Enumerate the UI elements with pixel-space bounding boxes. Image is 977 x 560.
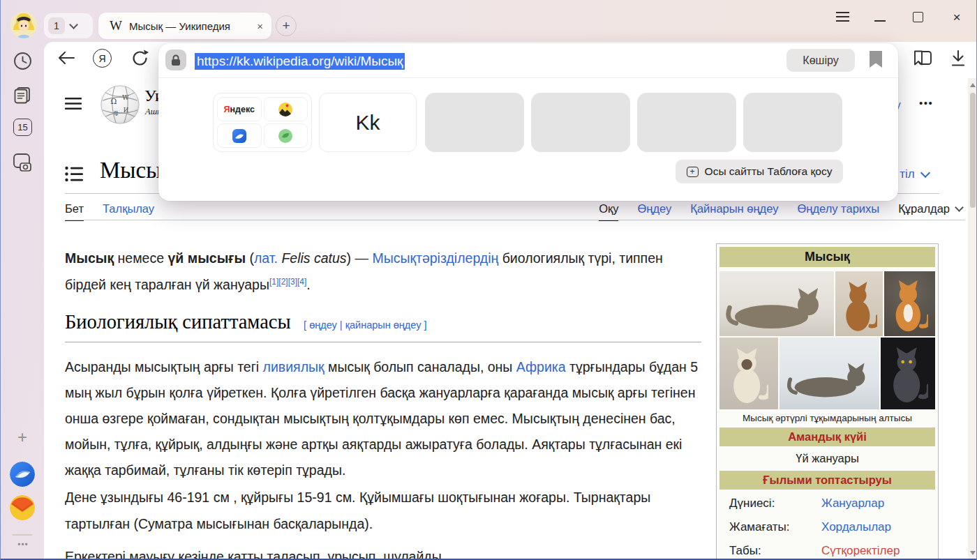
scrollbar-thumb[interactable] <box>970 93 976 208</box>
menu-icon <box>836 16 849 17</box>
page-scrollbar[interactable] <box>968 78 977 560</box>
text-span: . <box>306 277 310 292</box>
tab-article[interactable]: Бет <box>65 202 84 221</box>
yandex-service-images[interactable] <box>264 97 308 121</box>
size-paragraph: Дене ұзындығы 46-191 см , құйрығы 15-91 … <box>65 484 706 537</box>
cat-photo-abyssinian[interactable] <box>835 271 883 336</box>
tools-label: Құралдар <box>898 202 950 215</box>
cat-photo-tabby-lying[interactable] <box>719 271 834 336</box>
top-site-kk-tile[interactable]: Kk <box>319 93 417 152</box>
yandex-service-search[interactable]: Яндекс <box>217 97 262 121</box>
wikipedia-favicon: W <box>110 18 122 33</box>
reload-icon <box>130 49 149 68</box>
selected-url-text: https://kk.wikipedia.org/wiki/Мысық <box>195 53 405 70</box>
documents-icon <box>13 86 32 105</box>
collections-icon <box>912 49 933 68</box>
wiki-more-menu[interactable]: ••• <box>919 97 933 109</box>
images-service-icon <box>278 102 293 117</box>
text-span: Мысық <box>65 250 114 266</box>
add-to-tablo-button[interactable]: + Осы сайтты Таблоға қосу <box>676 160 843 183</box>
sidebar-more-button[interactable]: ••• <box>12 540 34 550</box>
chevron-down-icon <box>920 168 930 178</box>
wikipedia-globe-icon: Ω W И 母 <box>100 84 140 125</box>
taxonomy-label: Табы: <box>719 544 821 558</box>
tab-edit-source[interactable]: Қайнарын өңдеу <box>690 202 778 220</box>
copy-url-button[interactable]: Көшіру <box>786 49 855 72</box>
yandex-mail-app-button[interactable] <box>10 495 35 520</box>
tab-count: 1 <box>48 17 65 34</box>
tab-tools[interactable]: Құралдар <box>898 202 962 220</box>
text-link[interactable]: [1][2][3][4] <box>269 277 306 287</box>
scroll-down-icon[interactable] <box>970 551 976 555</box>
blue-service-icon <box>232 128 247 144</box>
tab-close-icon[interactable]: × <box>257 20 263 32</box>
calendar-badge[interactable]: 15 <box>13 119 32 136</box>
new-tab-button[interactable]: + <box>276 15 297 36</box>
text-link[interactable]: Африка <box>516 359 566 374</box>
yandex-service-green[interactable] <box>264 123 308 148</box>
text-link[interactable]: лат. <box>254 250 278 266</box>
alice-avatar-icon <box>10 12 37 38</box>
page-tabs-right: Оқу Өңдеу Қайнарын өңдеу Өңделу тарихы Қ… <box>599 202 962 221</box>
add-to-tablo-label: Осы сайтты Таблоға қосу <box>705 165 833 178</box>
site-security-button[interactable] <box>165 50 186 70</box>
window-minimize-button[interactable] <box>872 8 888 25</box>
empty-tablo-slot <box>743 93 842 152</box>
reload-button[interactable] <box>130 49 149 68</box>
notes-button[interactable] <box>12 84 33 105</box>
window-close-button[interactable]: × <box>948 8 965 25</box>
cat-photo-tabby-snow[interactable] <box>780 338 879 409</box>
yandex-service-mail[interactable] <box>217 123 262 148</box>
taxonomy-link[interactable]: Жануарлар <box>821 497 884 510</box>
empty-tablo-slot <box>531 93 630 152</box>
taxonomy-table: Дүниесі: Жануарлар Жамағаты: Хордалылар … <box>719 497 935 558</box>
screenshot-button[interactable] <box>12 152 33 173</box>
tabs-divider <box>65 220 965 220</box>
tab-talk[interactable]: Талқылау <box>103 202 154 220</box>
taxonomy-redlink[interactable]: Сүтқоректілер <box>821 544 900 558</box>
tab-group-counter[interactable]: 1 <box>44 13 93 38</box>
history-button[interactable] <box>12 50 33 71</box>
chevron-down-icon <box>955 203 964 212</box>
panel-divider <box>158 77 898 78</box>
bookmark-flag-icon <box>869 51 883 68</box>
browser-tab[interactable]: W Мысық — Уикипедия × <box>98 13 271 39</box>
tab-edit[interactable]: Өңдеу <box>637 202 671 220</box>
lock-icon <box>171 54 181 66</box>
wiki-main-menu-button[interactable] <box>65 97 82 110</box>
collections-button[interactable] <box>912 49 933 68</box>
yandex-search-button[interactable]: Я <box>93 49 112 68</box>
text-link[interactable]: Мысықтәрізділердің <box>372 250 498 266</box>
contents-toggle-button[interactable] <box>65 166 83 182</box>
cat-photo-siamese[interactable] <box>719 338 778 409</box>
minimize-icon <box>874 20 886 22</box>
yandex-services-tile[interactable]: Яндекс <box>213 93 312 152</box>
window-menu-button[interactable] <box>834 8 851 25</box>
empty-tablo-slot <box>425 93 524 152</box>
sidebar-divider <box>13 534 32 536</box>
section-edit-links[interactable]: [ өңдеу | қайнарын өңдеу ] <box>304 319 426 331</box>
list-icon <box>65 166 83 182</box>
tab-read[interactable]: Оқу <box>599 202 618 221</box>
back-button[interactable] <box>57 50 76 66</box>
text-link[interactable]: ливиялық <box>263 359 325 374</box>
bookmark-button[interactable] <box>869 51 883 68</box>
cat-photo-gray-dark[interactable] <box>881 338 935 409</box>
wikipedia-logo[interactable]: Ω W И 母 <box>100 84 140 125</box>
yandex-ya-icon: Я <box>98 53 105 64</box>
yandex-browser-app-button[interactable] <box>10 462 35 487</box>
yandex-browser-icon <box>10 462 35 487</box>
tab-history[interactable]: Өңделу тарихы <box>797 202 879 220</box>
scroll-up-icon[interactable] <box>970 83 976 87</box>
omnibox-dropdown: https://kk.wikipedia.org/wiki/Мысық Көші… <box>158 43 898 201</box>
taxonomy-link[interactable]: Хордалылар <box>821 520 891 534</box>
clock-icon <box>13 52 32 70</box>
sidebar-add-button[interactable]: + <box>13 428 31 446</box>
yandex-logo: Яндекс <box>224 105 255 114</box>
window-maximize-button[interactable] <box>909 8 926 25</box>
downloads-button[interactable] <box>950 49 967 68</box>
cat-photo-orange-white[interactable] <box>884 271 935 336</box>
taxonomy-label: Дүниесі: <box>719 497 821 510</box>
profile-avatar[interactable] <box>10 12 37 38</box>
address-bar-input[interactable]: https://kk.wikipedia.org/wiki/Мысық <box>195 52 405 70</box>
